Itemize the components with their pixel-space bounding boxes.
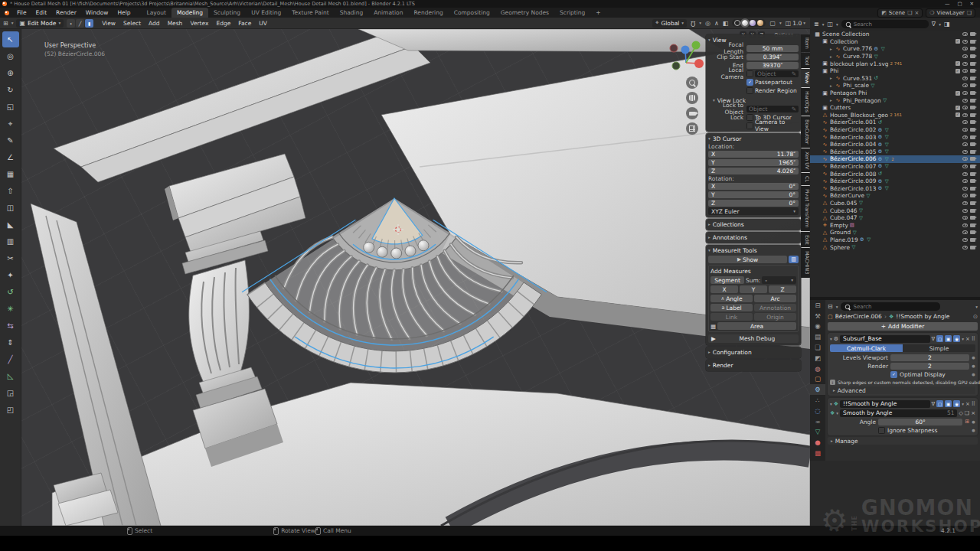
disable-render-camera-icon[interactable] bbox=[970, 32, 975, 36]
tool-button[interactable] bbox=[2, 385, 19, 401]
outliner-item-label[interactable]: Empty bbox=[830, 222, 848, 229]
properties-tab[interactable] bbox=[810, 342, 825, 353]
properties-tab[interactable] bbox=[810, 364, 825, 374]
tool-button[interactable] bbox=[2, 65, 19, 81]
configuration-panel[interactable]: ▸Configuration bbox=[706, 347, 801, 358]
outliner-item-label[interactable]: Phi_Pentagon bbox=[843, 97, 881, 104]
exclude-checkbox[interactable]: ✓ bbox=[956, 106, 960, 110]
exclude-checkbox[interactable]: ✓ bbox=[956, 69, 960, 73]
outliner-row[interactable]: ▸ blockout plan v1.svg ⚙ ▽ ↺ ▨ 2 741 ✓ bbox=[810, 60, 980, 67]
viewport-menu-item[interactable]: Add bbox=[145, 20, 163, 27]
orientation-dropdown[interactable]: ⌖ Global ▾ bbox=[652, 19, 687, 28]
viewport-3d[interactable]: User Perspective (52) BézierCircle.006 X… bbox=[21, 29, 810, 526]
node-tree-icon[interactable]: ❖ bbox=[830, 410, 835, 416]
outliner-row[interactable]: ▸ BézierCircle.004 ⚙ ▽ ↺ ▨ ✓ bbox=[810, 141, 980, 148]
outliner-row[interactable]: ▸ Sphere ⚙ ▽ ↺ ▨ ✓ bbox=[810, 243, 980, 251]
material-shading-icon[interactable] bbox=[750, 20, 756, 26]
outliner-item-label[interactable]: BézierCircle.005 bbox=[830, 148, 876, 155]
segment-button[interactable]: Segment bbox=[710, 276, 744, 284]
vertex-group-filter-icon[interactable]: ∇ bbox=[932, 401, 936, 407]
editor-type-icon[interactable]: ⊞ bbox=[3, 20, 8, 27]
menu-item[interactable]: Window bbox=[81, 9, 113, 16]
tool-button[interactable] bbox=[2, 250, 19, 266]
navigation-gizmo[interactable] bbox=[665, 40, 707, 83]
outliner-item-label[interactable]: Cutters bbox=[830, 104, 851, 111]
disable-render-camera-icon[interactable] bbox=[970, 113, 975, 117]
disable-render-camera-icon[interactable] bbox=[970, 223, 975, 227]
tool-button[interactable] bbox=[2, 99, 19, 115]
disable-render-camera-icon[interactable] bbox=[970, 238, 975, 242]
workspace-tab[interactable]: Layout bbox=[141, 8, 172, 18]
tool-button[interactable] bbox=[2, 200, 19, 216]
solid-shading-icon[interactable] bbox=[742, 20, 748, 26]
outliner-row[interactable]: ▸ Phi ⚙ ▽ ↺ ▨ ✓ bbox=[810, 67, 980, 75]
n-panel-tab[interactable]: Pivot Transform bbox=[801, 186, 810, 230]
viewport-menu-item[interactable]: View bbox=[99, 20, 119, 27]
disable-render-camera-icon[interactable] bbox=[970, 230, 975, 234]
origin-button[interactable]: Origin bbox=[754, 313, 796, 321]
outliner-item-label[interactable]: House_Blockout_geo bbox=[830, 112, 888, 119]
outliner-options-icon[interactable]: ◨ bbox=[944, 21, 950, 28]
outliner-row[interactable]: ▸ Cutters ⚙ ▽ ↺ ▨ ✓ bbox=[810, 104, 980, 112]
pin-icon[interactable]: ⊙ bbox=[973, 313, 978, 320]
passepartout-checkbox[interactable]: ✓ bbox=[746, 79, 753, 86]
unlink-scene-icon[interactable]: × bbox=[914, 10, 919, 16]
outliner-item-label[interactable]: BézierCircle.001 bbox=[830, 119, 876, 126]
camera-view-icon[interactable] bbox=[686, 107, 698, 119]
advanced-fold[interactable]: ▸Advanced bbox=[830, 386, 975, 394]
hide-eye-icon[interactable] bbox=[962, 62, 968, 66]
properties-options-icon[interactable]: ▾ bbox=[975, 305, 978, 309]
n-panel-tab[interactable]: CL bbox=[801, 173, 810, 185]
disable-render-camera-icon[interactable] bbox=[970, 209, 975, 213]
maximize-button[interactable]: ▢ bbox=[957, 1, 962, 7]
new-viewlayer-icon[interactable]: ❏ bbox=[967, 10, 972, 16]
tool-button[interactable] bbox=[2, 149, 19, 165]
scene-selector[interactable]: ◩ Scene ❏ × bbox=[877, 8, 923, 18]
exclude-checkbox[interactable]: ✓ bbox=[956, 91, 960, 96]
hide-eye-icon[interactable] bbox=[962, 165, 968, 168]
outliner-row[interactable]: ▸ Phi_scale ⚙ ▽ ↺ ▨ ✓ bbox=[810, 82, 980, 90]
disable-render-camera-icon[interactable] bbox=[970, 128, 975, 132]
outliner-item-label[interactable]: Curve.531 bbox=[843, 75, 872, 82]
workspace-tab[interactable]: Texture Paint bbox=[286, 8, 334, 18]
clip-end-field[interactable]: 39370″ bbox=[746, 62, 799, 69]
tool-button[interactable] bbox=[2, 351, 19, 367]
outliner-search-input[interactable]: Search bbox=[841, 20, 929, 28]
outliner-item-label[interactable]: Phi_scale bbox=[843, 82, 869, 89]
outliner-filter-icon[interactable]: ∇ bbox=[932, 21, 936, 28]
annotations-panel[interactable]: ▸Annotations bbox=[706, 232, 801, 243]
hide-eye-icon[interactable] bbox=[962, 135, 968, 139]
modifier-extras-icon[interactable]: ▾ bbox=[962, 337, 964, 341]
disable-render-camera-icon[interactable] bbox=[970, 120, 975, 124]
viewlayer-selector[interactable]: ❍ ViewLayer ❏ bbox=[926, 8, 975, 18]
hide-eye-icon[interactable] bbox=[962, 83, 968, 87]
copy-node-group-icon[interactable]: ❏ bbox=[965, 410, 969, 416]
pan-hand-icon[interactable] bbox=[686, 92, 698, 104]
workspace-tab[interactable]: Rendering bbox=[408, 8, 448, 18]
simple-button[interactable]: Simple bbox=[903, 344, 975, 352]
outliner-row[interactable]: ▸ House_Blockout_geo ⚙ ▽ ↺ ▨ 2 161 ✓ bbox=[810, 112, 980, 119]
hide-eye-icon[interactable] bbox=[962, 77, 968, 80]
cursor-location-field[interactable]: Z4.026″ bbox=[708, 168, 799, 174]
outliner-item-label[interactable]: Cube.047 bbox=[830, 214, 858, 221]
outliner-item-label[interactable]: BézierCurve bbox=[830, 192, 864, 199]
outliner-row[interactable]: ▸ Curve.776 ⚙ ▽ ↺ ▨ ✓ bbox=[810, 45, 980, 53]
disable-render-camera-icon[interactable] bbox=[970, 187, 975, 191]
outliner-item-label[interactable]: BézierCircle.008 bbox=[830, 171, 876, 178]
sum-dropdown[interactable]: -▾ bbox=[762, 276, 796, 284]
hide-eye-icon[interactable] bbox=[962, 157, 968, 161]
measure-x-button[interactable]: X bbox=[710, 285, 738, 293]
driver-icon[interactable]: ⊞ bbox=[965, 419, 969, 425]
menu-item[interactable]: File bbox=[12, 9, 31, 16]
tool-button[interactable] bbox=[2, 284, 19, 300]
outliner-row[interactable]: ▸ Phi_Pentagon ⚙ ▽ ↺ ▨ ✓ bbox=[810, 96, 980, 104]
workspace-tab[interactable]: Shading bbox=[335, 8, 368, 18]
cursor-location-field[interactable]: X11.78″ bbox=[708, 151, 799, 158]
hide-eye-icon[interactable] bbox=[962, 238, 968, 242]
tool-button[interactable] bbox=[2, 183, 19, 199]
tool-button[interactable] bbox=[2, 82, 19, 98]
hide-eye-icon[interactable] bbox=[962, 172, 968, 176]
properties-tab[interactable] bbox=[810, 321, 825, 332]
outliner-item-label[interactable]: BézierCircle.006 bbox=[830, 155, 876, 162]
eyedropper-icon[interactable]: ✎ bbox=[792, 70, 796, 77]
